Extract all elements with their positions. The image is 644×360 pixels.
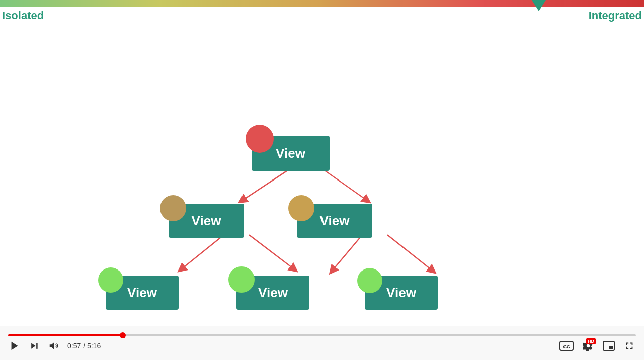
gradient-labels: Isolated Integrated bbox=[0, 7, 644, 22]
tree-diagram: View View View View View bbox=[0, 70, 644, 326]
svg-text:CC: CC bbox=[564, 344, 570, 349]
video-player: Isolated Integrated bbox=[0, 0, 644, 360]
settings-button[interactable]: HD bbox=[582, 339, 595, 352]
integrated-label: Integrated bbox=[589, 9, 642, 22]
svg-line-1 bbox=[322, 168, 367, 201]
svg-line-4 bbox=[332, 235, 362, 271]
circle-bot-left bbox=[98, 267, 123, 293]
skip-button[interactable] bbox=[28, 340, 40, 352]
svg-marker-7 bbox=[31, 343, 35, 349]
controls-row: 0:57 / 5:16 CC bbox=[8, 339, 636, 352]
svg-line-3 bbox=[249, 235, 294, 269]
volume-button[interactable] bbox=[47, 339, 60, 352]
isolated-label: Isolated bbox=[2, 9, 44, 22]
arrow-down-icon bbox=[532, 0, 546, 11]
circle-bot-mid bbox=[228, 266, 255, 293]
svg-rect-14 bbox=[609, 346, 613, 349]
position-arrow bbox=[532, 0, 546, 11]
circle-root bbox=[246, 125, 274, 153]
svg-marker-9 bbox=[50, 342, 54, 349]
circle-mid-right bbox=[288, 195, 314, 221]
circle-mid-left bbox=[160, 195, 186, 221]
fullscreen-button[interactable] bbox=[623, 339, 636, 352]
svg-marker-6 bbox=[12, 341, 18, 350]
progress-bar[interactable] bbox=[8, 334, 636, 336]
svg-line-0 bbox=[242, 168, 290, 201]
gradient-bar-container: Isolated Integrated bbox=[0, 0, 644, 22]
tree-arrows-svg bbox=[0, 70, 644, 326]
svg-point-12 bbox=[587, 344, 590, 347]
gradient-bar bbox=[0, 0, 644, 7]
circle-bot-right bbox=[357, 268, 382, 293]
miniplayer-button[interactable] bbox=[602, 340, 616, 352]
video-content: Isolated Integrated bbox=[0, 0, 644, 326]
progress-indicator bbox=[120, 332, 126, 338]
cc-button[interactable]: CC bbox=[558, 340, 575, 352]
hd-badge: HD bbox=[586, 338, 596, 344]
svg-rect-8 bbox=[36, 343, 38, 349]
controls-bar: 0:57 / 5:16 CC bbox=[0, 326, 644, 360]
svg-line-2 bbox=[181, 235, 224, 269]
time-display: 0:57 / 5:16 bbox=[67, 342, 101, 350]
progress-fill bbox=[8, 334, 123, 336]
controls-inner: 0:57 / 5:16 CC bbox=[8, 334, 636, 352]
svg-line-5 bbox=[387, 235, 433, 271]
play-button[interactable] bbox=[8, 339, 21, 352]
